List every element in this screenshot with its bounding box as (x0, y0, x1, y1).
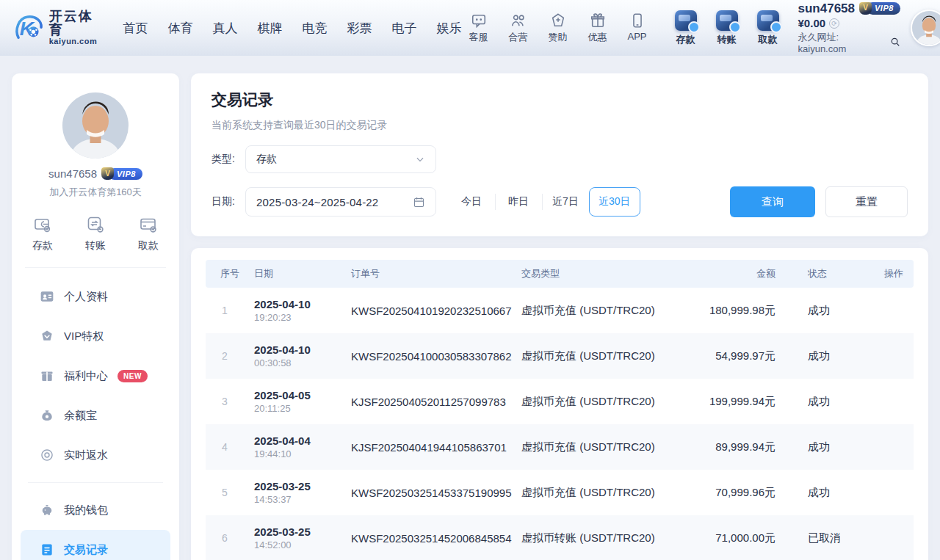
chevron-down-icon (415, 154, 425, 164)
records-icon (40, 542, 54, 557)
row-seq: 6 (206, 515, 248, 560)
kaiyun-logo-icon: K (13, 11, 43, 45)
search-icon[interactable] (890, 36, 900, 51)
sidebar-item-label: VIP特权 (64, 330, 104, 343)
partners-link[interactable]: 合营 (502, 12, 535, 44)
row-type: 虚拟币充值 (USDT/TRC20) (516, 379, 693, 424)
type-select[interactable]: 存款 (245, 145, 436, 173)
date-label: 日期: (212, 195, 245, 208)
row-date: 2025-04-10 00:30:58 (248, 333, 345, 379)
logo-domain: kaiyun.com (49, 37, 101, 46)
page-subtitle: 当前系统支持查询最近30日的交易记录 (212, 119, 908, 132)
topbar-wallet-links: 存款 转账 取款 (669, 10, 785, 46)
sidebar-menu: 个人资料 VIP特权 福利中心 NEW 余额宝 实时返水 我 (12, 268, 179, 560)
page-layout: sun47658 V VIP8 加入开云体育第160天 存款 转账 取款 (0, 56, 940, 560)
kaiyun-logo[interactable]: K 开云体育 kaiyun.com (13, 10, 101, 46)
nav-item[interactable]: 电子 (392, 20, 417, 37)
table-row[interactable]: 5 2025-03-25 14:53:37 KWSF20250325145337… (206, 470, 914, 515)
nav-item[interactable]: 棋牌 (258, 20, 283, 37)
main-nav: 首页体育真人棋牌电竞彩票电子娱乐 (123, 20, 462, 37)
table-header-row: 序号 日期 订单号 交易类型 金额 状态 操作 (206, 260, 914, 288)
sidebar-transfer-button[interactable]: 转账 (85, 215, 106, 252)
gift-icon (590, 12, 606, 29)
nav-item[interactable]: 彩票 (347, 20, 372, 37)
row-order: KWSF202504100030583307862 (345, 333, 516, 379)
promo-link[interactable]: 优惠 (581, 12, 615, 44)
nav-item[interactable]: 电竞 (303, 20, 328, 37)
avatar-image (912, 11, 940, 45)
row-type: 虚拟币转账 (USDT/TRC20) (516, 515, 693, 560)
phone-icon (629, 12, 646, 29)
transfer-button[interactable]: 转账 (710, 10, 744, 46)
table-row[interactable]: 6 2025-03-25 14:52:00 KWSF20250325145200… (206, 515, 914, 560)
row-amount: 89,999.94元 (693, 424, 781, 470)
support-link[interactable]: 客服 (462, 12, 496, 44)
row-order: KWSF202504101920232510667 (345, 288, 516, 333)
topbar-right: 客服 合营 赞助 优惠 APP 存款 (462, 1, 940, 56)
row-date: 2025-03-25 14:53:37 (248, 470, 345, 515)
nav-item[interactable]: 首页 (123, 20, 148, 37)
row-date: 2025-04-04 19:44:10 (248, 424, 345, 470)
row-date: 2025-03-25 14:52:00 (248, 515, 345, 560)
sidebar-withdraw-button[interactable]: 取款 (138, 215, 159, 252)
user-avatar[interactable] (911, 10, 940, 46)
search-button[interactable]: 查询 (730, 186, 815, 217)
row-time-value: 20:11:25 (254, 403, 339, 414)
sidebar-item-profile[interactable]: 个人资料 (21, 277, 170, 316)
range-button[interactable]: 昨日 (495, 187, 542, 217)
nav-item[interactable]: 娱乐 (437, 20, 462, 37)
row-type: 虚拟币充值 (USDT/TRC20) (516, 288, 693, 333)
nav-item[interactable]: 真人 (213, 20, 238, 37)
table-row[interactable]: 4 2025-04-04 19:44:10 KJSF20250404194410… (206, 424, 914, 470)
sidebar-item-label: 福利中心 (64, 369, 108, 383)
row-amount: 199,999.94元 (693, 379, 781, 424)
date-range-input[interactable]: 2025-03-24~2025-04-22 (245, 187, 436, 217)
row-amount: 71,000.00元 (693, 515, 781, 560)
row-action (862, 424, 914, 470)
sidebar-item-yuebao[interactable]: 余额宝 (21, 396, 170, 435)
main-content: 交易记录 当前系统支持查询最近30日的交易记录 类型: 存款 日期: 2025-… (191, 73, 928, 560)
row-date: 2025-04-10 19:20:23 (248, 288, 345, 333)
vip-badge[interactable]: V VIP8 (859, 2, 900, 15)
promo-label: 优惠 (588, 31, 607, 44)
sidebar-item-welfare[interactable]: 福利中心 NEW (21, 356, 170, 396)
deposit-button[interactable]: 存款 (669, 10, 703, 46)
reset-button[interactable]: 重置 (825, 186, 908, 217)
app-link[interactable]: APP (621, 12, 654, 44)
profile-avatar[interactable] (62, 92, 129, 159)
range-button[interactable]: 今日 (448, 187, 495, 217)
support-icon (471, 12, 487, 29)
profile-vip-badge[interactable]: V VIP8 (101, 167, 142, 180)
withdraw-button[interactable]: 取款 (751, 10, 785, 46)
sidebar-item-vip[interactable]: VIP特权 (21, 316, 170, 356)
sidebar-deposit-button[interactable]: 存款 (32, 215, 53, 252)
sidebar-quick-actions: 存款 转账 取款 (12, 199, 179, 267)
sidebar-item-wallet[interactable]: 我的钱包 (21, 490, 170, 530)
row-action (862, 515, 914, 560)
withdraw-icon (757, 10, 779, 31)
wallet-icon (33, 215, 52, 234)
range-button[interactable]: 近7日 (542, 187, 589, 217)
id-card-icon (40, 289, 54, 304)
header-status: 状态 (781, 260, 862, 288)
sponsor-link[interactable]: 赞助 (541, 12, 575, 44)
row-date-value: 2025-04-05 (254, 389, 339, 401)
table-row[interactable]: 1 2025-04-10 19:20:23 KWSF20250410192023… (206, 288, 914, 333)
table-row[interactable]: 3 2025-04-05 20:11:25 KJSF20250405201125… (206, 379, 914, 424)
row-order: KWSF202503251453375190995 (345, 470, 516, 515)
joined-days: 加入开云体育第160天 (49, 186, 142, 199)
row-type: 虚拟币充值 (USDT/TRC20) (516, 333, 693, 379)
range-button[interactable]: 近30日 (589, 187, 640, 217)
balance: ¥0.00 (798, 17, 826, 31)
new-badge: NEW (118, 370, 148, 382)
profile: sun47658 V VIP8 加入开云体育第160天 (12, 92, 179, 199)
table-row[interactable]: 2 2025-04-10 00:30:58 KWSF20250410003058… (206, 333, 914, 379)
refresh-balance-icon[interactable]: ⟳ (829, 18, 839, 29)
rebate-icon (40, 448, 54, 462)
sidebar-item-rebate[interactable]: 实时返水 (21, 435, 170, 475)
sidebar-item-label: 交易记录 (64, 543, 108, 557)
sidebar-deposit-label: 存款 (32, 239, 53, 252)
sidebar-item-transactions[interactable]: 交易记录 (21, 530, 170, 560)
nav-item[interactable]: 体育 (168, 20, 193, 37)
gem-icon (40, 329, 54, 343)
